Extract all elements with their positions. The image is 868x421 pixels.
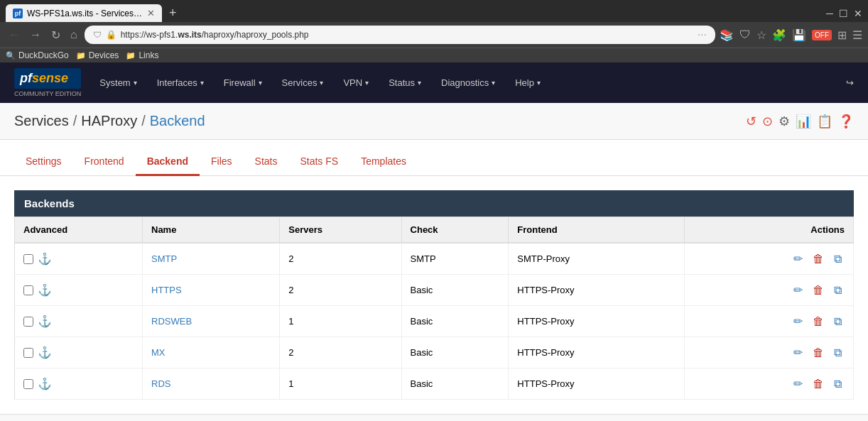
tab-templates[interactable]: Templates (349, 148, 418, 176)
row-delete-button-0[interactable]: 🗑 (810, 251, 827, 267)
reload-config-icon[interactable]: ↺ (746, 114, 756, 129)
new-tab-button[interactable]: + (165, 4, 181, 22)
anchor-icon-0[interactable]: ⚓ (38, 252, 52, 266)
tab-close-button[interactable]: ✕ (147, 8, 155, 18)
breadcrumb-services[interactable]: Services (14, 113, 69, 129)
backend-name-link-1[interactable]: HTTPS (151, 285, 182, 295)
tab-bar: pf WS-PFS1a.ws.its - Services: HA... ✕ +… (6, 4, 862, 22)
backend-name-link-2[interactable]: RDSWEB (151, 316, 192, 327)
edit-button-1[interactable]: ✏ (791, 282, 805, 298)
backend-name-link-4[interactable]: RDS (151, 378, 170, 389)
tab-settings[interactable]: Settings (14, 148, 73, 176)
ellipsis-menu-icon[interactable]: ··· (698, 28, 707, 41)
nav-interfaces[interactable]: Interfaces ▾ (147, 66, 214, 99)
nav-vpn-arrow: ▾ (365, 79, 369, 87)
nav-status-arrow: ▾ (418, 79, 421, 87)
reload-button[interactable]: ↻ (48, 27, 63, 43)
info-table-icon[interactable]: 📋 (817, 114, 832, 129)
back-button[interactable]: ← (6, 27, 23, 43)
settings2-icon[interactable]: ⚙ (779, 114, 790, 129)
copy-button-3[interactable]: ⧉ (831, 344, 845, 361)
apps-icon[interactable]: ⊞ (837, 28, 847, 42)
tab-backend[interactable]: Backend (136, 148, 200, 176)
copy-button-2[interactable]: ⧉ (831, 313, 845, 329)
close-button[interactable]: ✕ (854, 8, 862, 19)
duckduckgo-icon: 🔍 (6, 51, 16, 60)
save-page-icon[interactable]: 💾 (792, 28, 806, 42)
cell-advanced-0: ⚓ (15, 243, 143, 275)
address-bar[interactable]: 🛡 🔒 https://ws-pfs1.ws.its/haproxy/hapro… (85, 26, 715, 44)
cell-actions-0: ✏ 🗑 ⧉ (685, 243, 854, 275)
edit-button-3[interactable]: ✏ (791, 344, 805, 361)
copy-button-1[interactable]: ⧉ (831, 282, 845, 298)
copy-button-4[interactable]: ⧉ (831, 376, 845, 392)
anchor-icon-1[interactable]: ⚓ (38, 283, 52, 297)
table-row: ⚓ SMTP 2 SMTP SMTP-Proxy ✏ 🗑 ⧉ (15, 243, 854, 275)
row-checkbox-1[interactable] (23, 285, 33, 295)
cell-servers-0: 2 (280, 243, 401, 275)
cell-frontend-4: HTTPS-Proxy (509, 368, 685, 400)
nav-help[interactable]: Help ▾ (505, 66, 550, 99)
logo-pf: pf (20, 71, 32, 85)
nav-logout-icon[interactable]: ↪ (837, 66, 862, 99)
security-shield-icon: 🛡 (93, 30, 102, 40)
row-checkbox-2[interactable] (23, 317, 33, 327)
menu-icon[interactable]: ☰ (852, 28, 862, 42)
backend-name-link-0[interactable]: SMTP (151, 253, 177, 264)
toggle-icon[interactable]: OFF (812, 30, 832, 40)
cell-servers-3: 2 (280, 337, 401, 368)
nav-firewall[interactable]: Firewall ▾ (214, 66, 272, 99)
row-checkbox-4[interactable] (23, 379, 33, 389)
cell-name-4: RDS (143, 368, 280, 400)
forward-button[interactable]: → (27, 27, 44, 43)
row-delete-button-2[interactable]: 🗑 (810, 313, 827, 329)
address-bar-row: ← → ↻ ⌂ 🛡 🔒 https://ws-pfs1.ws.its/hapro… (0, 22, 868, 48)
nav-services[interactable]: Services ▾ (272, 66, 334, 99)
home-button[interactable]: ⌂ (67, 27, 80, 43)
nav-diagnostics-label: Diagnostics (441, 77, 489, 88)
anchor-icon-4[interactable]: ⚓ (38, 377, 52, 390)
nav-vpn[interactable]: VPN ▾ (333, 66, 379, 99)
bookmark-links[interactable]: 📁 Links (126, 50, 158, 60)
nav-status[interactable]: Status ▾ (379, 66, 431, 99)
nav-diagnostics[interactable]: Diagnostics ▾ (431, 66, 505, 99)
cell-check-1: Basic (401, 275, 509, 306)
browser-tab[interactable]: pf WS-PFS1a.ws.its - Services: HA... ✕ (6, 4, 162, 22)
maximize-button[interactable]: ☐ (839, 8, 848, 19)
shield-extra-icon[interactable]: 🛡 (739, 28, 751, 41)
edit-button-4[interactable]: ✏ (791, 376, 805, 392)
bookmark-duckduckgo[interactable]: 🔍 DuckDuckGo (6, 50, 69, 60)
cell-frontend-2: HTTPS-Proxy (509, 306, 685, 337)
stats-chart-icon[interactable]: 📊 (796, 114, 811, 129)
anchor-icon-2[interactable]: ⚓ (38, 315, 52, 328)
breadcrumb-haproxy[interactable]: HAProxy (81, 113, 137, 129)
copy-button-0[interactable]: ⧉ (831, 251, 845, 267)
bookmark-devices[interactable]: 📁 Devices (76, 50, 119, 60)
nav-system[interactable]: System ▾ (89, 66, 146, 99)
row-delete-button-1[interactable]: 🗑 (810, 282, 827, 298)
extensions-icon[interactable]: 🧩 (772, 28, 786, 42)
edit-button-0[interactable]: ✏ (791, 251, 805, 267)
tab-stats[interactable]: Stats (244, 148, 289, 176)
breadcrumb-sep-1: / (73, 113, 77, 129)
row-checkbox-3[interactable] (23, 348, 33, 358)
edit-button-2[interactable]: ✏ (791, 313, 805, 329)
minimize-button[interactable]: ─ (826, 8, 833, 19)
bookmarks-icon[interactable]: 📚 (720, 28, 734, 42)
row-delete-button-4[interactable]: 🗑 (810, 376, 827, 392)
backend-name-link-3[interactable]: MX (151, 347, 166, 358)
cell-check-2: Basic (401, 306, 509, 337)
table-row: ⚓ MX 2 Basic HTTPS-Proxy ✏ 🗑 ⧉ (15, 337, 854, 368)
tab-files[interactable]: Files (200, 148, 244, 176)
row-delete-button-3[interactable]: 🗑 (810, 344, 827, 361)
page-help-icon[interactable]: ❓ (838, 114, 854, 129)
table-section: Backends Advanced Name Servers Check Fro… (0, 176, 868, 414)
row-checkbox-0[interactable] (23, 254, 33, 264)
star-icon[interactable]: ☆ (756, 28, 766, 42)
col-actions: Actions (685, 217, 854, 244)
nav-help-label: Help (515, 77, 534, 88)
apply-icon[interactable]: ⊙ (762, 114, 773, 129)
tab-frontend[interactable]: Frontend (73, 148, 136, 176)
anchor-icon-3[interactable]: ⚓ (38, 346, 52, 359)
tab-stats-fs[interactable]: Stats FS (288, 148, 349, 176)
